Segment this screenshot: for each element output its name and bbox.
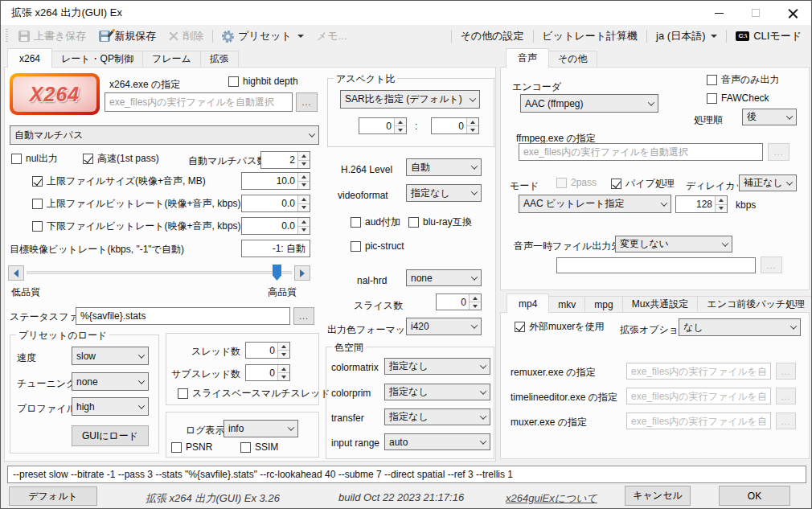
colormatrix-select[interactable]: 指定なし (384, 358, 490, 375)
ssim-checkbox[interactable]: SSIM (240, 441, 278, 453)
save-new-button[interactable]: 新規保存 (92, 27, 162, 46)
x264-exe-browse-button[interactable]: ... (296, 92, 318, 112)
spinner-buttons[interactable] (297, 195, 310, 211)
spinner-buttons[interactable] (297, 173, 310, 189)
aspect-width-spinner[interactable]: 0 (359, 117, 407, 134)
transfer-select[interactable]: 指定なし (384, 408, 490, 425)
pic-struct-checkbox[interactable]: pic-struct (351, 240, 404, 252)
cancel-button[interactable]: キャンセル (625, 486, 691, 506)
about-link[interactable]: x264guiExについて (506, 491, 597, 506)
preset-menu-button[interactable]: プリセット (215, 27, 310, 46)
nul-output-checkbox[interactable]: nul出力 (11, 152, 58, 166)
fast-firstpass-checkbox[interactable]: 高速(1st pass) (83, 152, 159, 166)
use-external-muxer-checkbox[interactable]: 外部muxerを使用 (515, 320, 605, 334)
nal-hrd-select[interactable]: none (406, 269, 482, 286)
output-colorformat-select[interactable]: i420 (406, 318, 482, 335)
aud-checkbox[interactable]: aud付加 (351, 216, 400, 229)
lower-bitrate-spinner[interactable]: 0.0 (241, 217, 310, 235)
tab-extension[interactable]: 拡張 (200, 51, 239, 67)
upper-filesize-spinner[interactable]: 10.0 (241, 172, 310, 190)
audio-bitrate-mode-select[interactable]: AAC ビットレート指定 (519, 195, 671, 213)
spinner-buttons[interactable] (297, 152, 310, 168)
upper-bitrate-checkbox[interactable]: 上限ファイルビットレート(映像+音声, kbps) (32, 197, 241, 211)
stats-file-browse-button[interactable]: ... (293, 307, 314, 325)
kbps-label: kbps (736, 199, 756, 211)
input-range-select[interactable]: auto (384, 433, 490, 450)
target-bitrate-input[interactable] (241, 240, 310, 257)
x264-exe-input[interactable] (105, 92, 293, 112)
cli-mode-button[interactable]: C:\ CLIモード (729, 27, 808, 46)
right-arrow-icon (300, 269, 305, 277)
quality-slider-right-button[interactable] (294, 265, 310, 281)
low-quality-label: 低品質 (11, 285, 40, 299)
save-icon (18, 31, 30, 42)
colorprim-select[interactable]: 指定なし (384, 384, 490, 400)
tab-mux-common[interactable]: Mux共通設定 (622, 296, 699, 312)
maximize-button (737, 1, 774, 25)
audio-temp-dir-select[interactable]: 変更しない (615, 236, 732, 252)
upper-bitrate-spinner[interactable]: 0.0 (241, 195, 310, 212)
language-select[interactable]: ja (日本語) (650, 27, 724, 46)
tune-select[interactable]: none (72, 372, 149, 391)
aspect-mode-select[interactable]: SAR比を指定 (デフォルト) (340, 90, 480, 109)
quality-slider-left-button[interactable] (8, 265, 24, 281)
slice-multithread-checkbox[interactable]: スライスベースマルチスレッド (178, 387, 330, 400)
h264-level-select[interactable]: 自動 (406, 158, 482, 176)
bitrate-calculator-button[interactable]: ビットレート計算機 (536, 27, 645, 46)
quality-slider-track[interactable] (27, 271, 292, 274)
audio-bitrate-spinner[interactable]: 128 (675, 195, 728, 213)
threads-spinner[interactable]: 0 (245, 342, 290, 359)
encode-mode-select[interactable]: 自動マルチパス (10, 125, 319, 145)
process-order-select[interactable]: 後 (742, 109, 797, 125)
spinner-buttons[interactable] (715, 196, 727, 212)
default-button[interactable]: デフォルト (9, 486, 97, 506)
slice-count-spinner[interactable]: 0 (436, 293, 482, 310)
spinner-buttons[interactable] (394, 118, 406, 133)
lower-bitrate-checkbox[interactable]: 下限ファイルビットレート(映像+音声, kbps) (32, 220, 241, 233)
subthreads-spinner[interactable]: 0 (245, 364, 290, 381)
ok-button[interactable]: OK (719, 486, 790, 506)
highbit-depth-checkbox[interactable]: highbit depth (228, 76, 298, 87)
tab-x264[interactable]: x264 (7, 48, 52, 68)
audio-encoder-select[interactable]: AAC (ffmpeg) (520, 94, 658, 113)
tab-mp4[interactable]: mp4 (506, 293, 549, 313)
multipass-count-spinner[interactable]: 2 (260, 151, 310, 169)
ffmpeg-exe-input[interactable] (519, 143, 763, 161)
bluray-compat-checkbox[interactable]: blu-ray互換 (408, 216, 472, 229)
load-to-gui-button[interactable]: GUIにロード (72, 425, 149, 446)
extended-option-select[interactable]: なし (679, 318, 801, 336)
tab-batch-processing[interactable]: エンコ前後バッチ処理 (697, 296, 812, 312)
videoformat-select[interactable]: 指定なし (406, 184, 482, 202)
tab-rate-qp[interactable]: レート・QP制御 (51, 51, 143, 67)
tab-mkv[interactable]: mkv (548, 296, 585, 312)
minimize-button[interactable] (700, 1, 737, 25)
quality-slider-thumb[interactable] (273, 265, 281, 281)
timelineeditor-exe-input (626, 388, 771, 404)
upper-filesize-checkbox[interactable]: 上限ファイルサイズ(映像+音声, MB) (32, 174, 206, 188)
delay-cut-select[interactable]: 補正なし (739, 174, 797, 191)
stats-file-input[interactable] (76, 307, 290, 325)
tab-audio-other[interactable]: その他 (548, 51, 597, 67)
command-line-preview[interactable] (7, 466, 806, 483)
multipass-count-label: 自動マルチパス数 (188, 154, 266, 168)
spinner-buttons[interactable] (466, 118, 478, 133)
other-settings-button[interactable]: その他の設定 (454, 27, 531, 46)
aspect-separator: : (415, 121, 417, 132)
audio-only-checkbox[interactable]: 音声のみ出力 (707, 73, 780, 87)
tab-audio[interactable]: 音声 (506, 48, 549, 68)
spinner-buttons[interactable] (277, 365, 289, 380)
spinner-buttons[interactable] (469, 294, 481, 310)
audio-temp-dir-input[interactable] (556, 257, 756, 273)
speed-select[interactable]: slow (72, 347, 149, 365)
close-button[interactable] (774, 1, 811, 25)
fawcheck-checkbox[interactable]: FAWCheck (707, 92, 769, 104)
profile-select[interactable]: high (72, 397, 149, 416)
tab-frame[interactable]: フレーム (142, 51, 201, 67)
spinner-buttons[interactable] (297, 218, 310, 234)
aspect-height-spinner[interactable]: 0 (431, 117, 479, 134)
pipe-processing-checkbox[interactable]: パイプ処理 (611, 177, 675, 191)
psnr-checkbox[interactable]: PSNR (171, 441, 212, 453)
tab-mpg[interactable]: mpg (584, 296, 622, 312)
spinner-buttons[interactable] (277, 343, 289, 358)
log-level-select[interactable]: info (224, 420, 298, 437)
